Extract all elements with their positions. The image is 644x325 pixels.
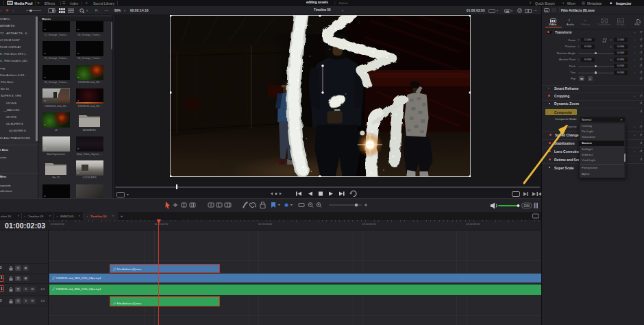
svg-text:DIM: DIM — [524, 204, 530, 208]
